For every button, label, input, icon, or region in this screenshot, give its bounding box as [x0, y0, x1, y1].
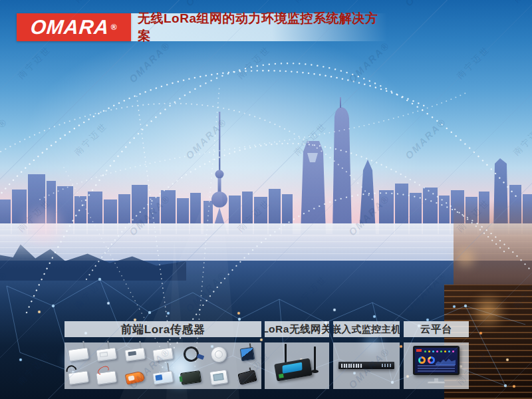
panel-gateway-header: LoRa无线网关 — [265, 321, 329, 337]
black-box-device-icon — [237, 370, 257, 385]
panel-gateway: LoRa无线网关 — [265, 321, 329, 389]
din-rail-lora-node — [149, 366, 177, 389]
panel-cloud-header: 云平台 — [404, 321, 469, 337]
io-module-icon — [180, 370, 201, 385]
wired-temperature-sensor — [92, 366, 120, 389]
lora-transmitter-sensor-icon — [96, 347, 117, 362]
donut-chart-icon — [428, 356, 435, 364]
clamp-current-sensor-icon — [124, 370, 145, 384]
page-title: 无线LoRa组网的动力环境监控系统解决方案 — [131, 10, 387, 45]
horizon-glow — [13, 206, 73, 246]
warm-glow — [469, 293, 507, 330]
lora-gateway-device — [274, 358, 313, 382]
clamp-current-sensor — [121, 366, 149, 389]
gateway-product-box — [265, 342, 329, 389]
din-rail-lora-node-icon — [152, 370, 174, 385]
sensor-product-grid — [65, 342, 261, 389]
wireless-lora-sensor — [149, 342, 177, 366]
wall-mount-controller-icon — [209, 369, 229, 385]
gateway-antenna-icon — [314, 346, 316, 370]
table-row — [418, 365, 455, 367]
temperature-humidity-sensor — [65, 342, 92, 366]
warm-glow — [452, 245, 479, 271]
panel-sensors-header: 前端Lora传感器 — [65, 321, 261, 337]
panel-cloud: 云平台 — [404, 321, 469, 389]
water-leak-rope-sensor-icon — [182, 344, 200, 363]
table-row — [418, 370, 455, 372]
registered-mark-icon: ® — [111, 23, 117, 32]
area-chart-icon — [436, 356, 456, 365]
brand-logo: OMARA® — [17, 13, 131, 41]
water-leak-rope-sensor — [177, 342, 205, 366]
wired-temperature-sensor-icon — [96, 370, 117, 385]
host-product-box — [333, 342, 400, 389]
cloud-dashboard-monitor — [413, 346, 460, 375]
title-strip: 无线LoRa组网的动力环境监控系统解决方案 — [131, 13, 387, 41]
donut-chart-icon — [418, 356, 426, 364]
solution-poster: OMARA® 无线LoRa组网的动力环境监控系统解决方案 前端Lora传感器 L… — [0, 0, 532, 399]
smoke-detector-icon — [210, 345, 228, 363]
brand-logo-text: OMARA — [30, 17, 110, 37]
cube-camera-sensor-icon — [239, 347, 254, 362]
probe-cable-sensor-icon — [68, 370, 89, 385]
panel-host: 嵌入式监控主机 — [333, 321, 400, 389]
probe-cable-sensor — [65, 366, 92, 389]
temperature-humidity-sensor-icon — [68, 347, 89, 362]
cloud-product-box — [404, 342, 469, 389]
table-row — [418, 368, 455, 370]
embedded-host-device — [338, 362, 394, 369]
gateway-antenna-icon — [285, 344, 287, 362]
wireless-lora-sensor-icon — [152, 347, 174, 362]
smoke-detector — [205, 342, 233, 366]
panel-sensors-label: 前端Lora传感器 — [121, 322, 205, 337]
cube-camera-sensor — [233, 342, 261, 366]
panel-host-header: 嵌入式监控主机 — [333, 321, 400, 337]
panel-cloud-label: 云平台 — [420, 323, 452, 336]
dashboard-screen — [415, 348, 458, 373]
sensor-with-display-icon — [124, 347, 146, 362]
panel-host-label: 嵌入式监控主机 — [333, 323, 400, 336]
status-dots-icon — [424, 350, 426, 352]
sensor-with-display — [121, 342, 149, 366]
panel-gateway-label: LoRa无线网关 — [265, 323, 329, 336]
wall-mount-controller — [205, 366, 233, 389]
io-module — [177, 366, 205, 389]
lora-transmitter-sensor — [92, 342, 120, 366]
panel-sensors: 前端Lora传感器 — [65, 321, 261, 389]
monitor-base — [428, 382, 445, 384]
black-box-device — [233, 366, 261, 389]
